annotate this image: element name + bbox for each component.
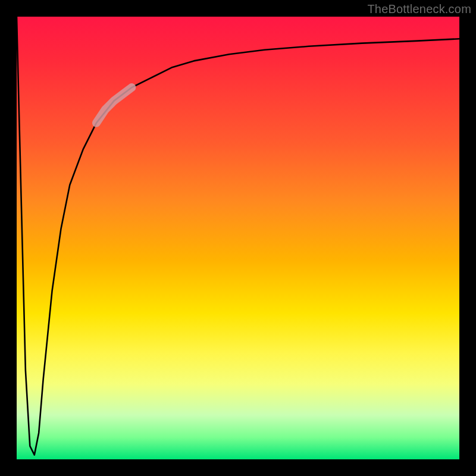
curve-svg [17,17,459,459]
watermark-text: TheBottleneck.com [367,2,471,16]
highlight-segment [96,87,132,123]
bottleneck-curve [17,17,459,455]
chart-frame: TheBottleneck.com [0,0,476,476]
plot-area [17,17,459,459]
